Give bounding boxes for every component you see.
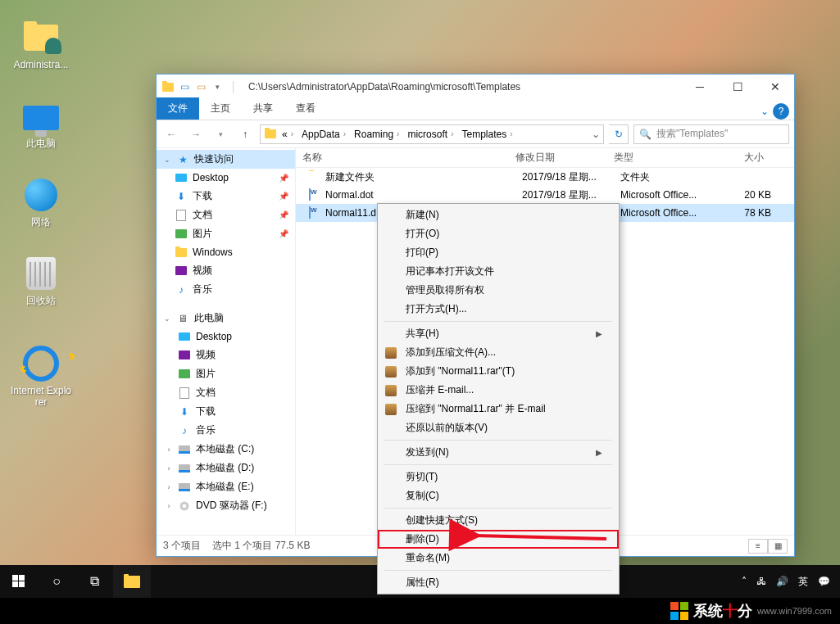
sidebar-item[interactable]: Desktop [157, 328, 295, 346]
tray-ime-icon[interactable]: 英 [798, 575, 808, 589]
sidebar-item[interactable]: ⬇下载📌 [157, 187, 295, 206]
search-box[interactable]: 🔍 搜索"Templates" [633, 124, 789, 144]
breadcrumb-item[interactable]: Roaming› [351, 129, 402, 140]
address-bar[interactable]: «›AppData›Roaming›microsoft›Templates›⌄ [260, 124, 604, 144]
breadcrumb-item[interactable]: AppData› [298, 129, 349, 140]
tab-file[interactable]: 文件 [157, 97, 199, 120]
qat-dropdown-icon[interactable]: ▾ [211, 80, 224, 93]
menu-item[interactable]: 添加到压缩文件(A)... [378, 343, 619, 362]
ribbon-expand-icon[interactable]: ⌄ [756, 103, 773, 120]
menu-item[interactable]: 发送到(N)▶ [378, 443, 619, 462]
file-row[interactable]: 新建文件夹2017/9/18 星期...文件夹 [296, 168, 794, 186]
sidebar-item[interactable]: 文档📌 [157, 206, 295, 224]
column-date[interactable]: 修改日期 [509, 151, 607, 165]
file-date: 2017/9/18 星期... [515, 188, 614, 202]
sidebar-this-pc[interactable]: ⌄ 🖥 此电脑 [157, 309, 295, 328]
forward-button[interactable]: → [186, 124, 206, 144]
breadcrumb-item[interactable]: Templates› [458, 129, 515, 140]
view-details-button[interactable]: ≡ [748, 539, 768, 554]
brand-url: www.win7999.com [757, 606, 832, 616]
sidebar-quick-access[interactable]: ⌄ ★ 快速访问 [157, 150, 295, 169]
close-button[interactable]: ✕ [756, 75, 794, 99]
menu-item[interactable]: 重命名(M) [378, 549, 619, 567]
menu-item[interactable]: 添加到 "Normal11.rar"(T) [378, 362, 619, 381]
menu-item[interactable]: 压缩到 "Normal11.rar" 并 E-mail [378, 400, 619, 418]
sidebar-item[interactable]: ›本地磁盘 (C:) [157, 440, 295, 459]
tray-network-icon[interactable]: 🖧 [756, 576, 766, 587]
network[interactable]: 网络 [10, 175, 72, 228]
minimize-button[interactable]: ─ [681, 75, 719, 99]
sidebar-item[interactable]: ›本地磁盘 (E:) [157, 477, 295, 496]
column-headers[interactable]: 名称 修改日期 类型 大小 [296, 148, 794, 168]
tab-home[interactable]: 主页 [199, 97, 242, 120]
sidebar-item[interactable]: ♪音乐 [157, 280, 295, 299]
file-explorer-taskbar-button[interactable] [113, 565, 151, 598]
menu-item[interactable]: 打开方式(H)... [378, 300, 619, 319]
menu-item-label: 重命名(M) [406, 551, 450, 565]
sidebar-item[interactable]: 图片 [157, 364, 295, 383]
menu-item[interactable]: 复制(C) [378, 486, 619, 505]
menu-item[interactable]: 删除(D) [378, 530, 619, 549]
sidebar-item[interactable]: ♪音乐 [157, 421, 295, 440]
sidebar-item[interactable]: 视频 [157, 261, 295, 280]
menu-item[interactable]: 剪切(T) [378, 468, 619, 486]
context-menu: 新建(N)打开(O)打印(P)用记事本打开该文件管理员取得所有权打开方式(H).… [377, 203, 620, 595]
menu-separator [384, 464, 612, 465]
refresh-button[interactable]: ↻ [609, 124, 629, 144]
menu-item[interactable]: 管理员取得所有权 [378, 281, 619, 300]
menu-item[interactable]: 创建快捷方式(S) [378, 511, 619, 530]
tray-action-center-icon[interactable]: 💬 [818, 576, 830, 587]
administrator-folder[interactable]: Administra... [10, 18, 72, 70]
sidebar-item[interactable]: Windows [157, 243, 295, 261]
menu-item[interactable]: 属性(R) [378, 573, 619, 592]
back-button[interactable]: ← [161, 124, 181, 144]
menu-item-label: 删除(D) [406, 532, 439, 546]
task-view-button[interactable]: ⧉ [75, 565, 113, 598]
sidebar-item[interactable]: ›本地磁盘 (D:) [157, 459, 295, 477]
sidebar-item-icon [178, 462, 191, 475]
sidebar-item[interactable]: Desktop📌 [157, 169, 295, 187]
menu-item[interactable]: 打印(P) [378, 243, 619, 262]
properties-qat-icon[interactable]: ▭ [178, 80, 191, 93]
titlebar[interactable]: ▭ ▭ ▾ │ C:\Users\Administrator\AppData\R… [157, 75, 794, 99]
up-button[interactable]: ↑ [235, 124, 255, 144]
start-button[interactable] [0, 565, 38, 598]
sidebar-item[interactable]: ⬇下载 [157, 402, 295, 421]
globe-icon [21, 175, 61, 215]
recent-dropdown-icon[interactable]: ▾ [211, 124, 230, 144]
breadcrumb-item[interactable]: microsoft› [404, 129, 456, 140]
sidebar-item[interactable]: ›DVD 驱动器 (F:) [157, 496, 295, 515]
file-row[interactable]: Normal.dot2017/9/18 星期...Microsoft Offic… [296, 186, 794, 204]
sidebar-item[interactable]: 图片📌 [157, 224, 295, 243]
column-type[interactable]: 类型 [607, 151, 706, 165]
tab-view[interactable]: 查看 [284, 97, 327, 120]
menu-item[interactable]: 新建(N) [378, 206, 619, 224]
tab-share[interactable]: 共享 [242, 97, 284, 120]
menu-item[interactable]: 还原以前的版本(V) [378, 418, 619, 437]
view-icons-button[interactable]: ▦ [768, 539, 788, 554]
menu-item-label: 打开(O) [406, 227, 439, 241]
system-tray[interactable]: ˄ 🖧 🔊 英 💬 [732, 575, 840, 589]
search-taskbar-button[interactable]: ○ [38, 565, 75, 598]
this-pc[interactable]: 此电脑 [10, 97, 72, 149]
windows-logo-icon [12, 575, 25, 588]
navigation-pane[interactable]: ⌄ ★ 快速访问 Desktop📌⬇下载📌文档📌图片📌Windows视频♪音乐 … [157, 148, 296, 535]
sidebar-item-icon [178, 443, 191, 456]
sidebar-item[interactable]: 视频 [157, 346, 295, 364]
address-dropdown-icon[interactable]: ⌄ [592, 129, 600, 140]
column-size[interactable]: 大小 [706, 151, 771, 165]
help-icon[interactable]: ? [773, 103, 789, 120]
breadcrumb-item[interactable]: «› [279, 129, 297, 140]
internet-explorer[interactable]: Internet Explorer [10, 344, 72, 408]
maximize-button[interactable]: ☐ [719, 75, 756, 99]
tray-up-icon[interactable]: ˄ [742, 576, 747, 587]
recycle-bin[interactable]: 回收站 [10, 254, 72, 306]
menu-item[interactable]: 共享(H)▶ [378, 324, 619, 343]
new-folder-qat-icon[interactable]: ▭ [194, 80, 207, 93]
column-name[interactable]: 名称 [296, 151, 509, 165]
menu-item[interactable]: 打开(O) [378, 224, 619, 243]
menu-item[interactable]: 用记事本打开该文件 [378, 262, 619, 281]
sidebar-item[interactable]: 文档 [157, 383, 295, 402]
menu-item[interactable]: 压缩并 E-mail... [378, 381, 619, 400]
tray-volume-icon[interactable]: 🔊 [776, 576, 788, 587]
